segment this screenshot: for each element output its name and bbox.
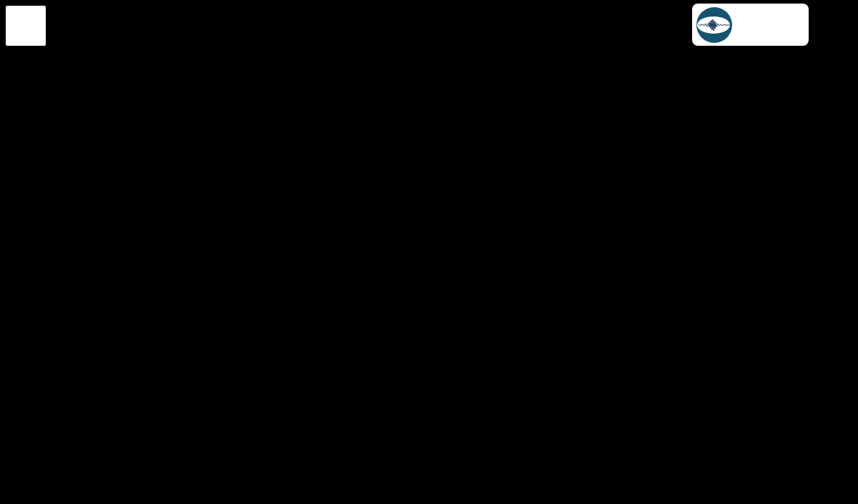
labsis-logo xyxy=(692,4,809,46)
helicorder-screen xyxy=(0,0,858,504)
helicorder-plot-canvas xyxy=(0,0,858,504)
ufrn-logo xyxy=(6,6,46,46)
labsis-waveform-icon xyxy=(696,7,734,43)
